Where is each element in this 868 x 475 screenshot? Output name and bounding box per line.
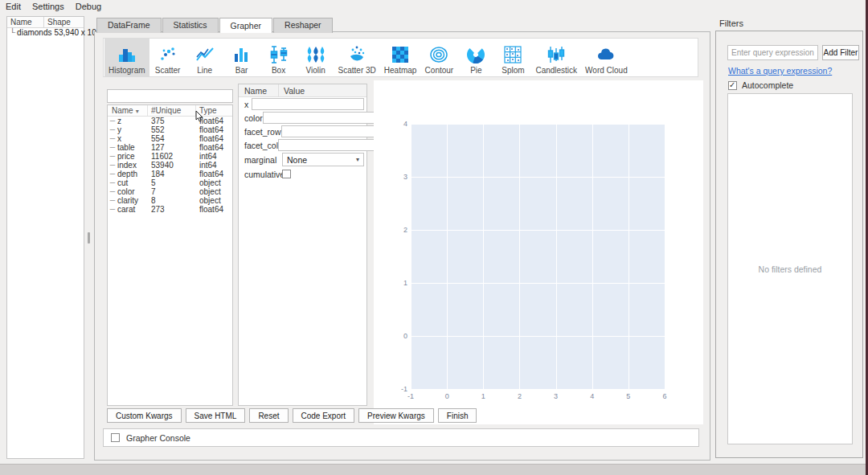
splitter-handle[interactable] [88,232,90,244]
column-row-carat[interactable]: ─carat273float64 [108,205,232,214]
column-row-index[interactable]: ─index53940int64 [108,161,232,170]
candlestick-icon [546,44,567,65]
gridline-vertical [519,124,520,389]
x-axis-tick-label: 5 [626,392,630,400]
tree-branch-icon: ─ [108,170,117,178]
column-dtype: int64 [196,152,232,161]
column-dtype: float64 [196,170,232,178]
column-dtype: object [196,187,232,196]
menu-settings[interactable]: Settings [27,1,70,12]
plot-type-line[interactable]: Line [186,39,223,76]
column-row-depth[interactable]: ─depth184float64 [108,170,232,178]
column-name: price [117,152,148,161]
column-row-table[interactable]: ─table127float64 [108,143,232,152]
y-axis-tick-label: 4 [375,120,407,128]
plot-type-label: Scatter [155,66,181,75]
plot-type-heatmap[interactable]: Heatmap [380,39,421,76]
column-dtype: object [196,178,232,187]
column-unique-count: 5 [148,178,196,187]
column-unique-count: 127 [148,143,196,152]
plot-type-label: Line [197,66,212,75]
plot-type-bar[interactable]: Bar [223,39,260,76]
grapher-console-checkbox[interactable] [111,433,120,442]
grapher-console-bar: Grapher Console [103,428,699,447]
preview-kwargs-button[interactable]: Preview Kwargs [358,408,434,423]
plot-type-scatter[interactable]: Scatter [149,39,186,76]
plot-type-box[interactable]: Box [260,39,297,76]
column-name: color [117,187,148,196]
tab-grapher[interactable]: Grapher [219,18,273,33]
column-search-input[interactable] [107,89,233,103]
x-field[interactable] [252,98,364,110]
tab-reshaper[interactable]: Reshaper [273,18,333,33]
plot-type-candlestick[interactable]: Candlestick [531,39,581,76]
custom-kwargs-button[interactable]: Custom Kwargs [107,408,182,423]
column-unique-count: 8 [148,196,196,205]
tree-branch-icon: ─ [108,117,117,125]
autocomplete-checkbox[interactable] [728,81,737,90]
column-row-cut[interactable]: ─cut5object [108,178,232,187]
column-unique-count: 554 [148,134,196,143]
tree-header-shape[interactable]: Shape [44,17,74,27]
plot-container: -10123456-101234 [374,80,703,424]
splom-icon [502,44,523,65]
color-field[interactable] [263,112,375,124]
plot-type-label: Violin [305,66,325,75]
column-header-name[interactable]: Name▾ [108,105,148,116]
column-row-clarity[interactable]: ─clarity8object [108,196,232,205]
reset-button[interactable]: Reset [249,408,288,423]
tree-header-name[interactable]: Name [7,17,44,27]
plot-area[interactable] [411,124,665,389]
plot-type-contour[interactable]: Contour [420,39,457,76]
autocomplete-row: Autocomplete [728,80,793,90]
query-expression-input[interactable] [727,45,818,60]
histogram-icon [117,44,137,65]
column-row-color[interactable]: ─color7object [108,187,232,196]
autocomplete-label: Autocomplete [742,80,793,90]
cumulative-checkbox[interactable] [282,170,291,178]
column-row-y[interactable]: ─y552float64 [108,125,232,134]
column-unique-count: 11602 [148,152,196,161]
x-axis-tick-label: -1 [407,392,414,400]
plot-type-label: Candlestick [535,66,577,75]
mouse-cursor-icon [195,110,204,123]
sort-desc-icon: ▾ [136,108,139,115]
line-icon [194,44,215,65]
tab-dataframe[interactable]: DataFrame [96,18,162,33]
column-row-x[interactable]: ─x554float64 [108,134,232,143]
column-rows: ─z375float64─y552float64─x554float64─tab… [108,117,232,214]
schema-row-x: x [239,97,366,111]
plot-type-splom[interactable]: Splom [494,39,531,76]
column-header-unique[interactable]: #Unique [148,105,196,116]
tree-branch-icon: ─ [108,152,117,161]
column-row-z[interactable]: ─z375float64 [108,117,232,125]
plot-type-word-cloud[interactable]: Word Cloud [581,39,632,76]
column-row-price[interactable]: ─price11602int64 [108,152,232,161]
schema-header-value: Value [279,84,366,96]
plot-type-violin[interactable]: Violin [297,39,334,76]
menu-edit[interactable]: Edit [0,1,27,12]
tree-branch-icon: └ [7,28,17,38]
tab-statistics[interactable]: Statistics [162,18,219,33]
add-filter-button[interactable]: Add Filter [822,45,859,60]
x-axis-tick-label: 0 [445,392,449,400]
plot-type-label: Contour [425,66,454,75]
code-export-button[interactable]: Code Export [293,408,355,423]
gridline-horizontal [411,336,665,337]
schema-row-facet-row: facet_row [239,125,366,138]
menu-debug[interactable]: Debug [70,1,107,12]
tree-row-diamonds[interactable]: └ diamonds 53,940 x 10 [7,28,84,38]
gridline-horizontal [411,283,665,284]
query-expression-help-link[interactable]: What's a query expression? [728,66,832,76]
plot-type-histogram[interactable]: Histogram [104,39,149,76]
plot-type-bar: HistogramScatterLineBarBoxViolinScatter … [103,38,698,77]
marginal-select[interactable]: None ▾ [282,153,364,166]
violin-icon [305,44,326,65]
plot-type-pie[interactable]: Pie [457,39,494,76]
schema-panel: Name Value x color facet_row facet_col m… [238,84,367,406]
save-html-button[interactable]: Save HTML [186,408,246,423]
finish-button[interactable]: Finish [438,408,477,423]
x-axis-tick-label: 3 [554,392,558,400]
column-dtype: float64 [196,205,232,214]
plot-type-scatter-3d[interactable]: Scatter 3D [334,39,380,76]
